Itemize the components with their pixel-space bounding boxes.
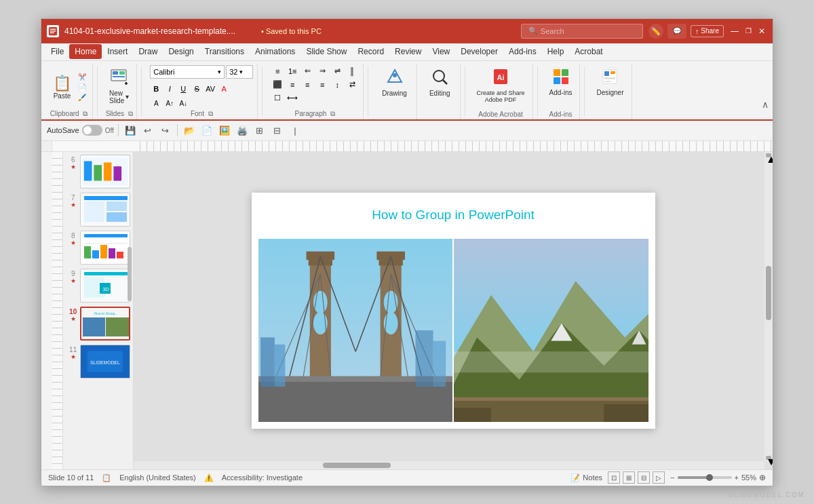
designer-button[interactable]: Designer bbox=[593, 65, 627, 98]
save-button[interactable]: 💾 bbox=[123, 123, 138, 138]
menu-view[interactable]: View bbox=[427, 44, 455, 59]
svg-rect-39 bbox=[84, 246, 91, 258]
scroll-thumb[interactable] bbox=[766, 266, 771, 320]
toggle-knob bbox=[83, 126, 92, 134]
zoom-in-icon[interactable]: + bbox=[735, 473, 739, 482]
menu-developer[interactable]: Developer bbox=[455, 44, 503, 59]
underline-button[interactable]: U bbox=[177, 83, 189, 95]
line-spacing-button[interactable]: ↕ bbox=[330, 79, 344, 91]
menu-design[interactable]: Design bbox=[163, 44, 199, 59]
increase-indent-button[interactable]: ⇒ bbox=[315, 65, 329, 77]
image-insert-button[interactable]: 🖼️ bbox=[217, 123, 232, 138]
numbering-button[interactable]: 1≡ bbox=[286, 65, 299, 77]
restore-button[interactable]: ❐ bbox=[743, 26, 754, 37]
align-left-button[interactable]: ⬛ bbox=[271, 79, 284, 91]
columns-button[interactable]: ║ bbox=[345, 65, 359, 77]
ruler-vertical bbox=[52, 152, 63, 469]
horizontal-scrollbar[interactable] bbox=[134, 461, 764, 469]
menu-help[interactable]: Help bbox=[542, 44, 570, 59]
notes-button[interactable]: 📝 Notes bbox=[570, 473, 602, 482]
search-box[interactable]: 🔍 Search bbox=[521, 24, 643, 39]
slide-panel-scrollbar[interactable] bbox=[128, 247, 132, 301]
search-placeholder: Search bbox=[541, 27, 564, 35]
undo-button[interactable]: ↩ bbox=[140, 123, 155, 138]
slide-item[interactable]: 7 ★ bbox=[66, 193, 130, 227]
slide-item[interactable]: 9 ★ 3D bbox=[66, 269, 130, 303]
menu-acrobat[interactable]: Acrobat bbox=[569, 44, 608, 59]
slide-item[interactable]: 8 ★ bbox=[66, 231, 130, 265]
text-shadow-button[interactable]: A bbox=[150, 98, 162, 110]
menu-draw[interactable]: Draw bbox=[133, 44, 163, 59]
menu-file[interactable]: File bbox=[45, 44, 69, 59]
font-size-box[interactable]: 32 ▾ bbox=[226, 65, 253, 79]
italic-button[interactable]: I bbox=[163, 83, 176, 95]
layout-button[interactable]: ⊞ bbox=[252, 123, 267, 138]
bullets-button[interactable]: ≡ bbox=[271, 65, 284, 77]
bold-button[interactable]: B bbox=[150, 83, 162, 95]
font-color-button[interactable]: A bbox=[218, 83, 230, 95]
text-box-button[interactable]: ☐ bbox=[271, 92, 284, 104]
font-smaller-button[interactable]: A↓ bbox=[177, 98, 189, 110]
normal-view-button[interactable]: ⊡ bbox=[608, 471, 620, 484]
text-direction-button[interactable]: ⟷ bbox=[286, 92, 299, 104]
h-scroll-thumb[interactable] bbox=[323, 463, 391, 468]
drawing-button[interactable]: Drawing bbox=[376, 65, 412, 99]
zoom-slider[interactable] bbox=[678, 476, 732, 479]
para-direction-button[interactable]: ⇄ bbox=[345, 79, 359, 91]
menu-insert[interactable]: Insert bbox=[102, 44, 133, 59]
font-larger-button[interactable]: A↑ bbox=[163, 98, 176, 110]
align-center-button[interactable]: ≡ bbox=[286, 79, 299, 91]
copy-button[interactable]: 📄 bbox=[76, 83, 88, 92]
redo-button[interactable]: ↪ bbox=[158, 123, 173, 138]
formatting-row-2: A A↑ A↓ bbox=[150, 98, 189, 110]
slideshow-button[interactable]: ▷ bbox=[653, 471, 665, 484]
menu-record[interactable]: Record bbox=[352, 44, 389, 59]
share-button[interactable]: ↑ Share bbox=[691, 25, 724, 37]
open-button[interactable]: 📂 bbox=[182, 123, 197, 138]
slide-thumb: SLIDEMODEL bbox=[80, 345, 130, 379]
close-button[interactable]: ✕ bbox=[756, 26, 767, 37]
smart-art-button[interactable]: ⇌ bbox=[330, 65, 344, 77]
pen-icon[interactable]: ✏️ bbox=[648, 24, 663, 39]
autosave-toggle[interactable] bbox=[82, 125, 102, 136]
paste-button[interactable]: 📋 Paste bbox=[50, 73, 75, 102]
align-right-button[interactable]: ≡ bbox=[301, 79, 314, 91]
adobe-button[interactable]: Ai Create and ShareAdobe PDF bbox=[473, 65, 528, 106]
fit-to-window-icon[interactable]: ⊕ bbox=[759, 473, 766, 482]
font-name-box[interactable]: Calibri ▾ bbox=[150, 65, 225, 79]
slide-item[interactable]: 11 ★ SLIDEMODEL bbox=[66, 345, 130, 379]
editing-button[interactable]: Editing bbox=[424, 65, 456, 99]
slide-item[interactable]: 6 ★ bbox=[66, 155, 130, 189]
new-button[interactable]: 📄 bbox=[199, 123, 214, 138]
cut-button[interactable]: ✂️ bbox=[76, 73, 88, 81]
addins-button[interactable]: Add-ins bbox=[546, 65, 576, 98]
grid-button[interactable]: ⊟ bbox=[270, 123, 285, 138]
new-slide-button[interactable]: New Slide ▾ bbox=[106, 65, 132, 106]
vertical-scrollbar[interactable]: ▲ ▼ bbox=[764, 152, 773, 461]
menu-animations[interactable]: Animations bbox=[250, 44, 301, 59]
menu-review[interactable]: Review bbox=[389, 44, 427, 59]
decrease-indent-button[interactable]: ⇐ bbox=[301, 65, 314, 77]
zoom-out-icon[interactable]: − bbox=[670, 473, 674, 482]
collapse-button[interactable]: | bbox=[288, 123, 303, 138]
scroll-up-arrow[interactable]: ▲ bbox=[766, 153, 771, 157]
font-dropdown-icon: ▾ bbox=[218, 69, 221, 75]
menu-home[interactable]: Home bbox=[69, 44, 102, 59]
menu-slideshow[interactable]: Slide Show bbox=[301, 44, 352, 59]
menu-addins[interactable]: Add-ins bbox=[503, 44, 542, 59]
slide-sorter-button[interactable]: ⊞ bbox=[623, 471, 635, 484]
slide-canvas[interactable]: How to Group in PowerPoint bbox=[252, 193, 655, 429]
menu-transitions[interactable]: Transitions bbox=[199, 44, 250, 59]
justify-button[interactable]: ≡ bbox=[315, 79, 329, 91]
slide-item-active[interactable]: 10 ★ How to Group... bbox=[66, 307, 130, 341]
comment-icon[interactable]: 💬 bbox=[667, 24, 686, 39]
minimize-button[interactable]: — bbox=[729, 26, 740, 37]
formatting-row: B I U S AV A bbox=[150, 83, 230, 95]
scroll-down-arrow[interactable]: ▼ bbox=[766, 456, 771, 460]
print-button[interactable]: 🖨️ bbox=[235, 123, 250, 138]
strikethrough-button[interactable]: S bbox=[191, 83, 203, 95]
reading-view-button[interactable]: ⊟ bbox=[638, 471, 650, 484]
char-spacing-button[interactable]: AV bbox=[204, 83, 216, 95]
format-painter-button[interactable]: 🖌️ bbox=[76, 93, 88, 102]
ribbon-collapse-button[interactable]: ∧ bbox=[762, 99, 769, 110]
